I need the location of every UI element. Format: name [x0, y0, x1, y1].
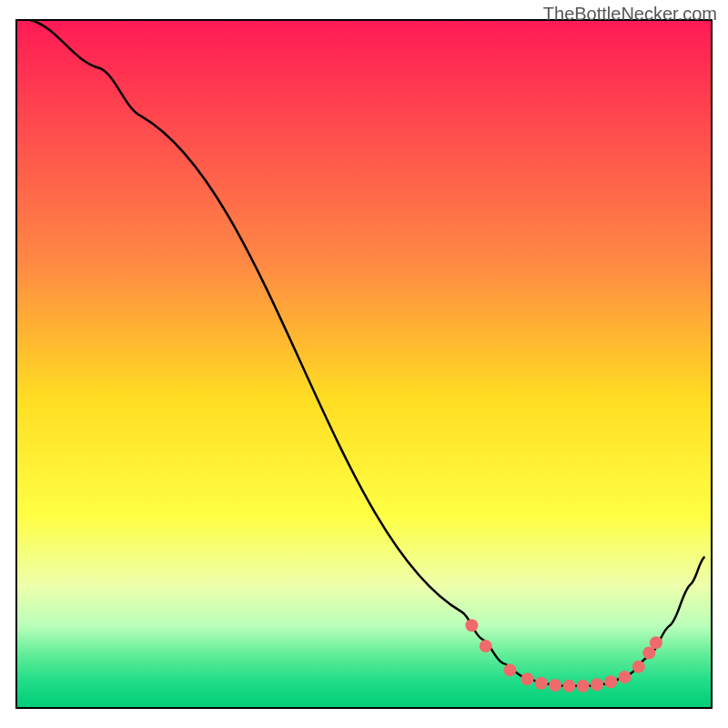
data-marker — [503, 663, 516, 676]
data-marker — [632, 661, 645, 673]
data-marker — [577, 680, 590, 693]
data-marker — [480, 640, 492, 652]
data-marker — [465, 619, 478, 632]
data-marker — [619, 671, 632, 683]
watermark-text: TheBottleNecker.com — [543, 4, 717, 25]
data-marker — [562, 680, 575, 693]
data-marker — [604, 675, 617, 688]
data-marker — [650, 636, 662, 649]
chart-container: TheBottleNecker.com — [0, 0, 728, 728]
chart-svg — [0, 0, 728, 728]
gradient-background — [16, 20, 712, 708]
data-marker — [535, 677, 548, 690]
data-marker — [591, 678, 603, 691]
data-marker — [549, 679, 561, 692]
data-marker — [521, 672, 534, 685]
